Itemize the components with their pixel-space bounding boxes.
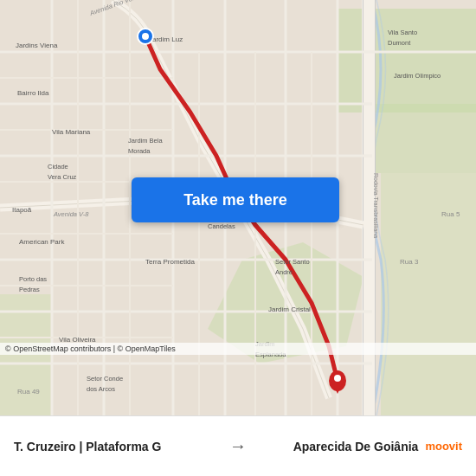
svg-text:Jardim Cristal: Jardim Cristal — [268, 306, 311, 313]
svg-text:Vera Cruz: Vera Cruz — [48, 173, 77, 181]
svg-text:dos Arcos: dos Arcos — [87, 385, 115, 393]
svg-text:Vila Santo: Vila Santo — [388, 29, 417, 36]
take-me-there-button[interactable]: Take me there — [132, 177, 339, 222]
svg-text:Vila Mariana: Vila Mariana — [52, 128, 91, 136]
bottom-navigation-bar: T. Cruzeiro | Plataforma G → Aparecida D… — [0, 415, 476, 476]
route-arrow-icon: → — [229, 436, 247, 456]
route-from: T. Cruzeiro | Plataforma G — [14, 440, 221, 453]
svg-text:Setor Santo: Setor Santo — [275, 258, 310, 266]
svg-text:Porto das: Porto das — [19, 275, 47, 283]
svg-text:Terra Prometida: Terra Prometida — [145, 258, 195, 266]
svg-text:Rua 49: Rua 49 — [17, 388, 40, 396]
svg-text:Rua 5: Rua 5 — [441, 210, 460, 218]
moovit-logo: moovit — [425, 440, 462, 453]
route-to: Aparecida De Goiânia moovit — [255, 440, 462, 453]
to-label: Aparecida De Goiânia — [293, 440, 419, 453]
svg-rect-1 — [338, 9, 476, 113]
svg-text:Jardim Olímpico: Jardim Olímpico — [394, 72, 441, 80]
svg-text:Morada: Morada — [128, 147, 151, 155]
svg-text:Rua 3: Rua 3 — [400, 258, 419, 266]
svg-text:Candelas: Candelas — [208, 222, 235, 230]
svg-text:Jardins Viena: Jardins Viena — [16, 42, 58, 49]
svg-text:Itapoã: Itapoã — [12, 206, 32, 214]
svg-text:Cidade: Cidade — [48, 163, 68, 170]
svg-text:Avenida V-8: Avenida V-8 — [53, 210, 89, 218]
svg-text:Jardim Bela: Jardim Bela — [128, 137, 163, 145]
svg-text:Bairro Ilda: Bairro Ilda — [17, 89, 49, 97]
svg-text:Pedras: Pedras — [19, 286, 40, 293]
svg-text:Rodovia Transbrasiliana: Rodovia Transbrasiliana — [373, 173, 379, 238]
svg-text:Dumont: Dumont — [388, 39, 411, 47]
svg-text:Setor Conde: Setor Conde — [87, 375, 123, 383]
svg-rect-2 — [372, 104, 476, 173]
svg-rect-5 — [381, 173, 476, 415]
map-container: Jardins Viena Bairro Ilda Vila Mariana C… — [0, 0, 476, 415]
svg-point-65 — [142, 33, 149, 40]
map-attribution: © OpenStreetMap contributors | © OpenMap… — [0, 343, 476, 355]
from-label: T. Cruzeiro | Plataforma G — [14, 440, 161, 453]
svg-text:André: André — [275, 268, 293, 276]
svg-point-68 — [334, 375, 341, 382]
svg-text:American Park: American Park — [19, 238, 65, 246]
